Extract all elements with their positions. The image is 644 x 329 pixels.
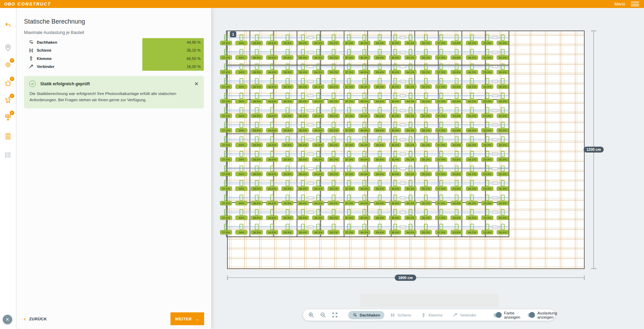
component-value: 35,10 % [142, 46, 204, 55]
sidebar-item-location[interactable] [3, 43, 13, 53]
component-row: Dachhaken44,90 % [24, 38, 204, 46]
svg-text:36.4%: 36.4% [391, 114, 399, 118]
svg-text:34%: 34% [239, 231, 244, 234]
svg-text:30.3%: 30.3% [499, 173, 507, 176]
svg-text:44.2%: 44.2% [468, 216, 476, 219]
svg-text:44.1%: 44.1% [407, 173, 415, 176]
svg-text:39.2%: 39.2% [330, 231, 338, 234]
svg-text:44.1%: 44.1% [407, 71, 415, 74]
svg-text:36.4%: 36.4% [299, 158, 307, 161]
filter-chip-dachhaken[interactable]: Dachhaken [348, 311, 384, 319]
svg-text:37.9%: 37.9% [437, 144, 445, 147]
svg-text:39.2%: 39.2% [330, 158, 338, 161]
svg-text:27.6%: 27.6% [222, 231, 230, 234]
svg-text:30.3%: 30.3% [499, 100, 507, 103]
zoom-in-icon[interactable] [308, 312, 314, 318]
back-button[interactable]: ‹ ZURÜCK [24, 316, 47, 322]
sidebar-item-back[interactable] [3, 20, 13, 30]
svg-text:39.5%: 39.5% [284, 85, 292, 88]
svg-text:25.9%: 25.9% [483, 187, 491, 190]
toggle-label: Farbe anzeigen [504, 311, 524, 319]
svg-text:37.3%: 37.3% [345, 158, 353, 161]
filter-chip-klemme[interactable]: Klemme [417, 311, 446, 319]
svg-text:39.5%: 39.5% [284, 129, 292, 132]
toggle-farbe-anzeigen[interactable]: Farbe anzeigen [494, 311, 524, 319]
svg-text:44.1%: 44.1% [407, 85, 415, 88]
svg-text:39.5%: 39.5% [284, 202, 292, 205]
svg-text:27.6%: 27.6% [222, 85, 230, 88]
svg-text:38.5%: 38.5% [253, 158, 261, 161]
svg-text:34%: 34% [239, 173, 244, 176]
svg-text:37.3%: 37.3% [345, 173, 353, 176]
svg-text:44.6%: 44.6% [268, 71, 276, 74]
sidebar-item-settings[interactable]: ✓ [3, 60, 13, 70]
sidebar-item-checklist[interactable] [3, 150, 13, 160]
svg-text:44.3%: 44.3% [314, 202, 322, 205]
svg-text:36.4%: 36.4% [299, 85, 307, 88]
svg-text:37.9%: 37.9% [437, 231, 445, 234]
svg-text:39.1%: 39.1% [422, 42, 430, 45]
svg-text:39.4%: 39.4% [376, 187, 384, 190]
svg-text:37.9%: 37.9% [437, 114, 445, 118]
svg-text:27.6%: 27.6% [222, 71, 230, 74]
svg-text:36.4%: 36.4% [299, 231, 307, 234]
svg-text:43.6%: 43.6% [453, 173, 461, 176]
fit-to-screen-icon[interactable] [332, 312, 338, 318]
sidebar-item-house[interactable]: ✓ [3, 78, 13, 88]
svg-text:44.6%: 44.6% [268, 216, 276, 219]
obo-construct-logo: OBO CONSTRUCT [4, 2, 51, 7]
sidebar-item-solar[interactable]: ✓ [3, 112, 13, 122]
sidebar-item-cart[interactable]: ✓ [3, 95, 13, 105]
alert-close-icon[interactable]: ✕ [194, 81, 199, 86]
svg-text:34%: 34% [239, 216, 244, 219]
icon-sidebar: ✓✓✓✓ [0, 8, 16, 329]
toggle-switch[interactable] [528, 313, 534, 317]
svg-text:36.4%: 36.4% [299, 56, 307, 59]
svg-text:44.9%: 44.9% [360, 173, 368, 176]
svg-text:44.1%: 44.1% [407, 158, 415, 161]
svg-text:27.6%: 27.6% [222, 114, 230, 118]
svg-text:44.9%: 44.9% [360, 42, 368, 45]
svg-text:43.6%: 43.6% [453, 158, 461, 161]
toggle-switch[interactable] [494, 313, 501, 317]
svg-text:44.1%: 44.1% [407, 129, 415, 132]
svg-text:25.9%: 25.9% [483, 158, 491, 161]
svg-text:39.5%: 39.5% [284, 56, 292, 59]
component-value: 44,90 % [142, 38, 204, 46]
svg-text:34%: 34% [239, 100, 244, 103]
back-icon [4, 21, 12, 29]
zoom-out-icon[interactable] [320, 312, 326, 318]
success-alert: Statik erfolgreich geprüft ✕ Die Statikb… [24, 76, 204, 109]
svg-text:39.1%: 39.1% [422, 71, 430, 74]
svg-text:39.2%: 39.2% [330, 42, 338, 45]
page-title: Statische Berechnung [24, 18, 204, 25]
svg-text:39.1%: 39.1% [422, 216, 430, 219]
svg-text:39.4%: 39.4% [376, 85, 384, 88]
close-panel-button[interactable]: ✕ [3, 315, 12, 324]
sidebar-item-calculator[interactable] [3, 131, 13, 141]
component-label: Schiene [37, 48, 51, 52]
svg-text:39.4%: 39.4% [376, 202, 384, 205]
svg-text:39.5%: 39.5% [284, 231, 292, 234]
svg-text:37.9%: 37.9% [437, 129, 445, 132]
svg-text:44.3%: 44.3% [314, 100, 322, 103]
svg-text:30.3%: 30.3% [499, 114, 507, 118]
component-row: Klemme66,50 % [24, 54, 204, 63]
svg-text:38.5%: 38.5% [253, 100, 261, 103]
roof-plan-canvas[interactable]: 27.6%34%38.5%44.6%39.5%36.4%44.3%39.2%37… [211, 8, 644, 329]
filter-chip-verbinder[interactable]: Verbinder [449, 311, 480, 319]
svg-text:36.4%: 36.4% [391, 42, 399, 45]
filter-chip-schiene[interactable]: Schiene [386, 311, 416, 319]
svg-text:34%: 34% [239, 158, 244, 161]
svg-text:44.2%: 44.2% [468, 56, 476, 59]
svg-text:43.6%: 43.6% [453, 85, 461, 88]
svg-text:44.9%: 44.9% [360, 216, 368, 219]
svg-text:44.1%: 44.1% [407, 202, 415, 205]
hamburger-menu-icon[interactable] [631, 2, 639, 6]
svg-text:37.9%: 37.9% [437, 187, 445, 190]
roof-plan-drawing: 27.6%34%38.5%44.6%39.5%36.4%44.3%39.2%37… [211, 8, 644, 329]
next-button[interactable]: WEITER → [170, 312, 204, 325]
svg-text:30.3%: 30.3% [499, 85, 507, 88]
toggle-auslastung-anzeigen[interactable]: Auslastung anzeigen [528, 311, 561, 319]
svg-text:37.9%: 37.9% [437, 202, 445, 205]
